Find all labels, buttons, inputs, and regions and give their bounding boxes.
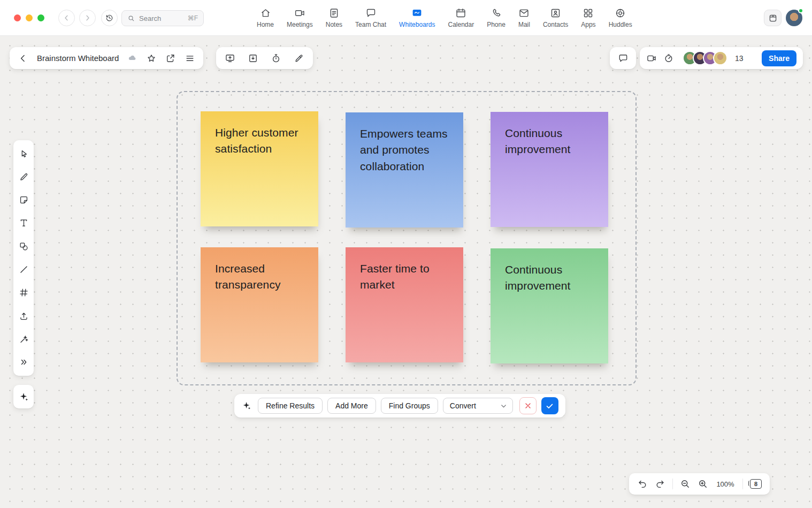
refine-results-button[interactable]: Refine Results <box>258 398 323 414</box>
close-window-button[interactable] <box>14 14 21 21</box>
sticky-note[interactable]: Increased transparency <box>201 247 318 362</box>
sticky-note[interactable]: Empowers teams and promotes collaboratio… <box>346 112 463 228</box>
sticky-note-text: Continuous improvement <box>505 262 594 294</box>
tab-huddles[interactable]: Huddles <box>602 7 639 28</box>
team-chat-icon <box>365 7 377 19</box>
phone-icon <box>491 7 502 19</box>
board-title: Brainstorm Whiteboard <box>37 54 119 63</box>
accept-ai-button[interactable] <box>541 397 558 414</box>
tab-team-chat[interactable]: Team Chat <box>349 7 393 28</box>
find-groups-button[interactable]: Find Groups <box>381 398 438 414</box>
tool-sidebar <box>13 140 34 376</box>
search-shortcut: ⌘F <box>188 14 198 22</box>
pen-tool-button[interactable] <box>13 170 34 184</box>
canvas-controls: 100% 8 <box>629 473 770 495</box>
notes-icon <box>328 7 340 19</box>
redo-button[interactable] <box>655 479 665 489</box>
board-back-button[interactable] <box>18 53 28 64</box>
zoom-in-icon <box>698 479 708 489</box>
cloud-sync-icon <box>127 53 137 63</box>
tab-label: Contacts <box>543 21 568 28</box>
sticky-note-icon <box>19 195 29 205</box>
convert-dropdown[interactable]: Convert <box>443 398 513 414</box>
check-icon <box>545 401 554 411</box>
frame-tool-button[interactable] <box>13 286 34 300</box>
ai-assistant-card <box>13 385 34 408</box>
sticky-note-text: Higher customer satisfaction <box>215 125 304 157</box>
tab-meetings[interactable]: Meetings <box>280 7 319 28</box>
share-button[interactable]: Share <box>762 50 796 66</box>
app-window: ⌘F Home Meetings Notes Team Chat Whitebo… <box>0 0 812 508</box>
sticky-note[interactable]: Continuous improvement <box>491 248 608 363</box>
search-icon <box>127 14 135 22</box>
present-button[interactable] <box>225 53 235 64</box>
tab-label: Phone <box>487 21 505 28</box>
undo-button[interactable] <box>637 479 648 489</box>
search-field[interactable]: ⌘F <box>121 10 204 26</box>
text-icon <box>19 218 29 228</box>
tab-apps[interactable]: Apps <box>574 7 602 28</box>
tab-label: Whiteboards <box>399 21 435 28</box>
history-button[interactable] <box>101 10 118 26</box>
pen-icon <box>19 172 29 182</box>
tab-home[interactable]: Home <box>250 7 280 28</box>
favorite-button[interactable] <box>146 53 157 64</box>
sticky-note[interactable]: Faster time to market <box>346 247 463 362</box>
upload-tool-button[interactable] <box>13 309 34 323</box>
tab-whiteboards[interactable]: Whiteboards <box>393 7 441 28</box>
participants-button[interactable] <box>683 51 727 65</box>
tab-calendar[interactable]: Calendar <box>441 7 480 28</box>
timer-gauge-icon <box>663 53 674 64</box>
participant-avatar <box>713 51 727 65</box>
comments-button[interactable] <box>618 53 629 64</box>
search-input[interactable] <box>139 14 184 22</box>
minimize-window-button[interactable] <box>26 14 33 21</box>
undo-icon <box>637 479 648 489</box>
shapes-tool-button[interactable] <box>13 239 34 253</box>
text-tool-button[interactable] <box>13 216 34 230</box>
zoom-level: 100% <box>715 480 736 488</box>
sticky-note[interactable]: Higher customer satisfaction <box>201 111 318 226</box>
tab-label: Meetings <box>287 21 313 28</box>
forward-button[interactable] <box>79 10 96 26</box>
tab-label: Huddles <box>609 21 632 28</box>
tab-mail[interactable]: Mail <box>512 7 537 28</box>
timer-button[interactable] <box>271 53 281 64</box>
more-tools-button[interactable] <box>13 355 34 369</box>
dock-panel-button[interactable] <box>764 10 782 26</box>
board-menu-button[interactable] <box>185 53 195 64</box>
zoom-out-button[interactable] <box>680 479 691 489</box>
timer-gauge-button[interactable] <box>663 53 674 64</box>
zoom-in-button[interactable] <box>698 479 708 489</box>
back-button[interactable] <box>58 10 75 26</box>
reject-ai-button[interactable] <box>519 397 537 414</box>
sticky-note-tool-button[interactable] <box>13 193 34 207</box>
user-avatar[interactable] <box>786 10 802 26</box>
timer-icon <box>271 53 281 64</box>
tab-label: Team Chat <box>355 21 386 28</box>
tab-phone[interactable]: Phone <box>480 7 512 28</box>
star-icon <box>146 53 157 64</box>
present-icon <box>225 53 235 64</box>
save-board-button[interactable] <box>248 53 258 64</box>
open-external-button[interactable] <box>165 53 176 64</box>
ai-assistant-button[interactable] <box>18 391 29 403</box>
annotate-button[interactable] <box>294 53 304 64</box>
sticky-note-text: Faster time to market <box>360 261 449 293</box>
tab-label: Apps <box>581 21 595 28</box>
add-more-button[interactable]: Add More <box>327 398 376 414</box>
line-tool-button[interactable] <box>13 263 34 277</box>
comments-card <box>610 47 636 69</box>
camera-button[interactable] <box>646 53 657 64</box>
frames-panel-button[interactable]: 8 <box>750 479 762 489</box>
maximize-window-button[interactable] <box>37 14 44 21</box>
select-tool-button[interactable] <box>13 147 34 161</box>
chevron-left-icon <box>18 53 28 64</box>
ai-action-bar: Refine Results Add More Find Groups Conv… <box>234 394 565 418</box>
main-nav: Home Meetings Notes Team Chat Whiteboard… <box>250 0 639 36</box>
magic-tools-button[interactable] <box>13 332 34 346</box>
tab-notes[interactable]: Notes <box>319 7 349 28</box>
tab-contacts[interactable]: Contacts <box>537 7 574 28</box>
sticky-note[interactable]: Continuous improvement <box>491 112 608 227</box>
shapes-icon <box>19 241 29 252</box>
